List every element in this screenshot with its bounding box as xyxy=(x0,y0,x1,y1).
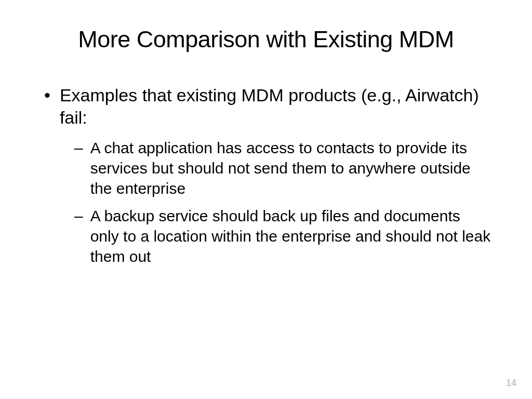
bullet-sub-1: – A chat application has access to conta… xyxy=(74,138,493,198)
slide-container: More Comparison with Existing MDM • Exam… xyxy=(0,0,532,399)
bullet-main: • Examples that existing MDM products (e… xyxy=(44,84,493,128)
bullet-main-text: Examples that existing MDM products (e.g… xyxy=(60,84,493,128)
slide-title: More Comparison with Existing MDM xyxy=(39,26,493,53)
bullet-sub-1-text: A chat application has access to contact… xyxy=(90,138,493,198)
slide-content: • Examples that existing MDM products (e… xyxy=(39,84,493,267)
dash-marker: – xyxy=(74,206,83,267)
dash-marker: – xyxy=(74,138,83,198)
bullet-sub-2-text: A backup service should back up files an… xyxy=(90,206,493,267)
bullet-marker: • xyxy=(44,84,50,128)
bullet-sub-2: – A backup service should back up files … xyxy=(74,206,493,267)
page-number: 14 xyxy=(506,378,516,389)
